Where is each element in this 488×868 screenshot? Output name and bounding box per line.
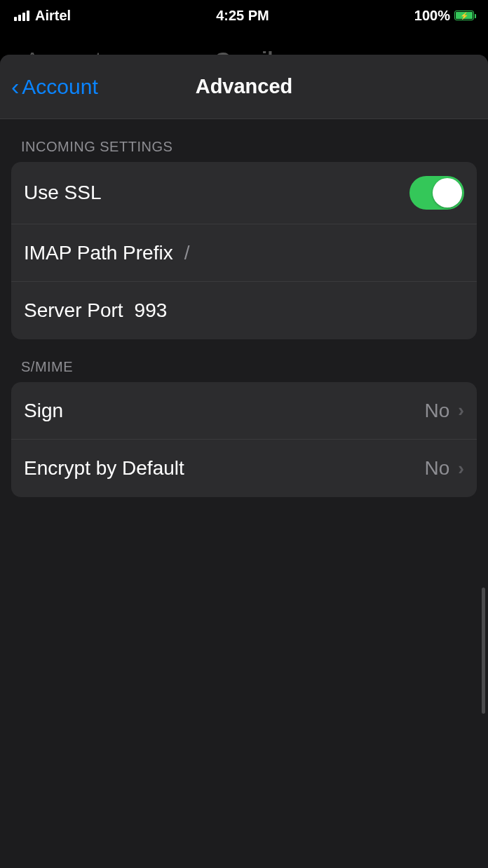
modal-sheet: ‹ Account Advanced Incoming Settings Use…: [0, 55, 488, 868]
group-smime: Sign No › Encrypt by Default No ›: [11, 382, 477, 497]
use-ssl-label: Use SSL: [24, 182, 102, 204]
status-bar: Airtel 4:25 PM 100% ⚡: [0, 0, 488, 31]
row-imap-prefix[interactable]: IMAP Path Prefix /: [11, 224, 477, 282]
status-right: 100% ⚡: [414, 8, 474, 24]
back-label: Account: [22, 75, 97, 99]
chevron-right-icon: ›: [458, 458, 464, 480]
row-sign[interactable]: Sign No ›: [11, 382, 477, 440]
nav-bar: ‹ Account Advanced: [0, 55, 488, 119]
section-header-incoming: Incoming Settings: [0, 119, 488, 162]
row-encrypt[interactable]: Encrypt by Default No ›: [11, 440, 477, 497]
signal-icon: [14, 11, 29, 21]
scrollbar[interactable]: [482, 588, 485, 714]
battery-icon: ⚡: [454, 11, 474, 20]
imap-prefix-value: /: [184, 242, 190, 264]
content: Incoming Settings Use SSL IMAP Path Pref…: [0, 119, 488, 868]
page-title: Advanced: [196, 75, 293, 98]
status-left: Airtel: [14, 8, 71, 24]
sign-value: No: [425, 400, 450, 422]
sign-label: Sign: [24, 400, 63, 422]
row-use-ssl: Use SSL: [11, 162, 477, 224]
imap-prefix-label: IMAP Path Prefix: [24, 242, 173, 264]
back-button[interactable]: ‹ Account: [11, 73, 98, 100]
chevron-right-icon: ›: [458, 400, 464, 421]
chevron-left-icon: ‹: [11, 73, 19, 100]
group-incoming: Use SSL IMAP Path Prefix / Server Port 9…: [11, 162, 477, 339]
row-server-port[interactable]: Server Port 993: [11, 282, 477, 339]
section-header-smime: S/MIME: [0, 339, 488, 382]
use-ssl-toggle[interactable]: [409, 176, 464, 210]
battery-percent: 100%: [414, 8, 450, 24]
server-port-value: 993: [135, 299, 168, 322]
server-port-label: Server Port: [24, 299, 123, 322]
encrypt-label: Encrypt by Default: [24, 457, 184, 480]
encrypt-value: No: [425, 457, 450, 480]
status-time: 4:25 PM: [216, 8, 269, 24]
carrier-label: Airtel: [35, 8, 71, 24]
